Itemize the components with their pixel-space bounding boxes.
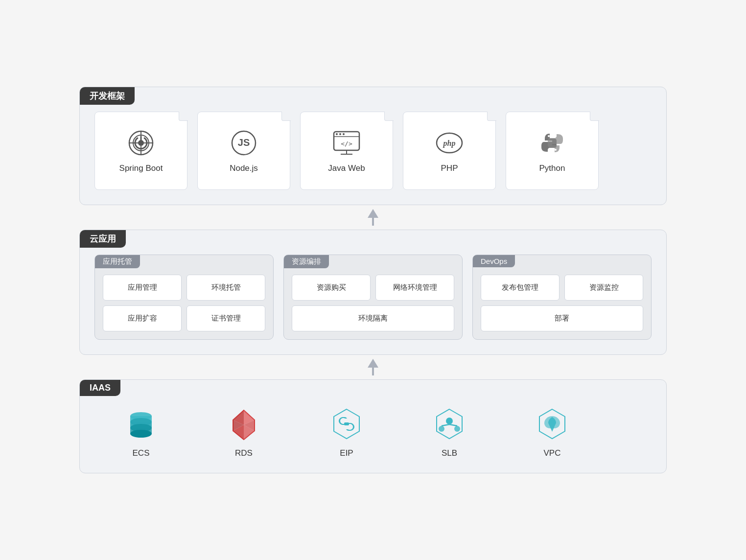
ecs-card: ECS: [94, 404, 187, 458]
svg-point-38: [454, 426, 460, 432]
eip-card: EIP: [300, 404, 393, 458]
network-env-cell: 网络环境管理: [375, 275, 454, 301]
resource-scheduling-row-2: 环境隔离: [292, 305, 454, 331]
nodejs-card: JS Node.js: [197, 112, 290, 190]
cloud-app-section: 云应用 应用托管 应用管理 环境托管 应用扩容 证书管理 资源编: [79, 230, 667, 355]
iaas-section: IAAS ECS: [79, 379, 667, 473]
rds-name: RDS: [235, 448, 253, 458]
dev-cards: Spring Boot JS Node.js: [94, 112, 652, 190]
php-icon: php: [435, 128, 464, 158]
java-web-icon: </>: [332, 128, 361, 158]
slb-card: SLB: [403, 404, 496, 458]
iaas-label: IAAS: [80, 380, 120, 396]
resource-monitoring-cell: 资源监控: [564, 275, 643, 301]
java-web-name: Java Web: [328, 163, 365, 173]
dev-framework-label: 开发框架: [80, 87, 135, 105]
ecs-icon: [121, 404, 161, 443]
vpc-name: VPC: [544, 448, 561, 458]
svg-point-17: [548, 135, 550, 137]
resource-purchase-cell: 资源购买: [292, 275, 371, 301]
devops-row-1: 发布包管理 资源监控: [481, 275, 643, 301]
devops-row-2: 部署: [481, 305, 643, 331]
eip-icon: [327, 404, 366, 443]
app-management-cell: 应用管理: [103, 275, 182, 301]
ecs-name: ECS: [133, 448, 150, 458]
slb-name: SLB: [442, 448, 457, 458]
python-card: Python: [506, 112, 599, 190]
app-hosting-cells: 应用管理 环境托管 应用扩容 证书管理: [103, 275, 265, 331]
cloud-app-label: 云应用: [80, 230, 126, 248]
python-name: Python: [539, 163, 565, 173]
svg-point-11: [343, 133, 345, 135]
env-hosting-cell: 环境托管: [186, 275, 265, 301]
devops-label: DevOps: [473, 255, 515, 267]
app-scale-cell: 应用扩容: [103, 305, 182, 331]
svg-point-9: [336, 133, 338, 135]
svg-text:</>: </>: [341, 140, 352, 147]
php-name: PHP: [441, 163, 458, 173]
vpc-card: VPC: [506, 404, 599, 458]
slb-icon: [430, 404, 469, 443]
cloud-groups: 应用托管 应用管理 环境托管 应用扩容 证书管理 资源编排: [94, 255, 652, 340]
arrow-head-2: [368, 359, 378, 368]
resource-scheduling-cells: 资源购买 网络环境管理 环境隔离: [292, 275, 454, 331]
php-card: php PHP: [403, 112, 496, 190]
arrow-stem-2: [368, 359, 378, 375]
svg-point-37: [439, 426, 444, 432]
svg-text:php: php: [443, 139, 456, 148]
devops-cells: 发布包管理 资源监控 部署: [481, 275, 643, 331]
devops-group: DevOps 发布包管理 资源监控 部署: [472, 255, 652, 340]
svg-text:JS: JS: [238, 137, 250, 148]
env-isolation-cell: 环境隔离: [292, 305, 454, 331]
app-hosting-group: 应用托管 应用管理 环境托管 应用扩容 证书管理: [94, 255, 274, 340]
rds-card: RDS: [197, 404, 290, 458]
release-management-cell: 发布包管理: [481, 275, 560, 301]
resource-scheduling-label: 资源编排: [284, 255, 329, 268]
resource-scheduling-row-1: 资源购买 网络环境管理: [292, 275, 454, 301]
svg-point-25: [130, 430, 152, 438]
spring-boot-name: Spring Boot: [119, 163, 163, 173]
arrow-iaas-to-cloud: [79, 355, 667, 379]
python-icon: [537, 128, 567, 158]
iaas-cards: ECS RDS: [94, 404, 652, 458]
svg-line-40: [449, 424, 457, 426]
nodejs-name: Node.js: [230, 163, 258, 173]
svg-point-18: [555, 149, 557, 151]
app-hosting-row-2: 应用扩容 证书管理: [103, 305, 265, 331]
java-web-card: </> Java Web: [300, 112, 393, 190]
dev-framework-section: 开发框架 Spring Boot: [79, 87, 667, 205]
eip-name: EIP: [340, 448, 353, 458]
spring-boot-card: Spring Boot: [94, 112, 187, 190]
arrow-cloud-to-dev: [79, 205, 667, 230]
app-hosting-row-1: 应用管理 环境托管: [103, 275, 265, 301]
arrow-stem-1: [368, 209, 378, 226]
spring-boot-icon: [126, 128, 156, 158]
arrow-stem-line-1: [372, 218, 374, 226]
rds-icon: [224, 404, 263, 443]
deploy-cell: 部署: [481, 305, 643, 331]
resource-scheduling-group: 资源编排 资源购买 网络环境管理 环境隔离: [283, 255, 463, 340]
svg-rect-34: [344, 422, 349, 425]
arrow-stem-line-2: [372, 368, 374, 375]
svg-point-36: [446, 418, 453, 424]
svg-line-39: [442, 424, 449, 426]
diagram-container: 开发框架 Spring Boot: [79, 67, 667, 493]
svg-point-10: [339, 133, 341, 135]
arrow-head-1: [368, 209, 378, 218]
cert-management-cell: 证书管理: [186, 305, 265, 331]
vpc-icon: [533, 404, 572, 443]
nodejs-icon: JS: [229, 128, 258, 158]
app-hosting-label: 应用托管: [95, 255, 140, 268]
